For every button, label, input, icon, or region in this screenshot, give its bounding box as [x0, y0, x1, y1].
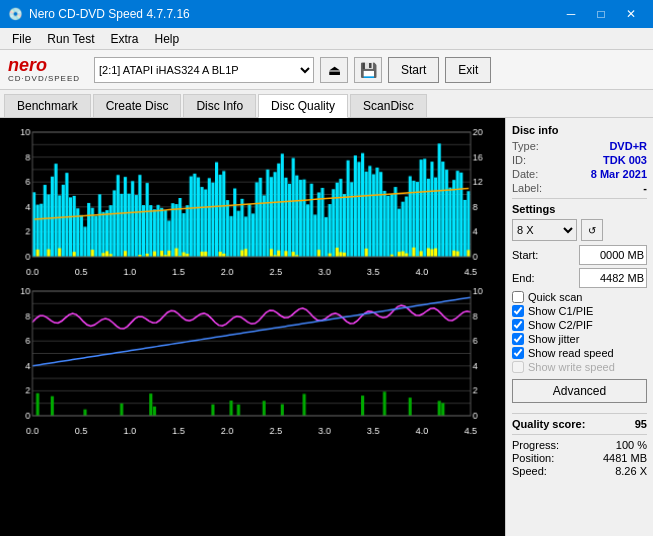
divider-3 — [512, 434, 647, 435]
menu-bar: File Run Test Extra Help — [0, 28, 653, 50]
settings-title: Settings — [512, 203, 647, 215]
tab-create-disc[interactable]: Create Disc — [93, 94, 182, 117]
tab-benchmark[interactable]: Benchmark — [4, 94, 91, 117]
start-label: Start: — [512, 249, 538, 261]
show-c1pie-label: Show C1/PIE — [528, 305, 593, 317]
close-button[interactable]: ✕ — [617, 4, 645, 24]
pie-chart — [4, 122, 501, 279]
progress-value: 100 % — [616, 439, 647, 451]
end-input[interactable] — [579, 268, 647, 288]
speed-value: 8.26 X — [615, 465, 647, 477]
jitter-chart — [4, 281, 501, 438]
quality-score-label: Quality score: — [512, 418, 585, 430]
progress-section: Progress: 100 % Position: 4481 MB Speed:… — [512, 439, 647, 477]
menu-run-test[interactable]: Run Test — [39, 30, 102, 48]
show-read-speed-row: Show read speed — [512, 347, 647, 359]
menu-help[interactable]: Help — [147, 30, 188, 48]
title-bar-text: Nero CD-DVD Speed 4.7.7.16 — [29, 7, 190, 21]
main-content: Disc info Type: DVD+R ID: TDK 003 Date: … — [0, 118, 653, 536]
minimize-button[interactable]: ─ — [557, 4, 585, 24]
show-jitter-checkbox[interactable] — [512, 333, 524, 345]
show-c1pie-checkbox[interactable] — [512, 305, 524, 317]
title-bar: 💿 Nero CD-DVD Speed 4.7.7.16 ─ □ ✕ — [0, 0, 653, 28]
tab-disc-info[interactable]: Disc Info — [183, 94, 256, 117]
disc-label-label: Label: — [512, 182, 542, 194]
disc-label-value: - — [643, 182, 647, 194]
show-write-speed-row: Show write speed — [512, 361, 647, 373]
show-write-speed-checkbox[interactable] — [512, 361, 524, 373]
show-c2pif-checkbox[interactable] — [512, 319, 524, 331]
quick-scan-checkbox[interactable] — [512, 291, 524, 303]
drive-select[interactable]: [2:1] ATAPI iHAS324 A BL1P — [94, 57, 314, 83]
disc-id-row: ID: TDK 003 — [512, 154, 647, 166]
progress-speed-row: Speed: 8.26 X — [512, 465, 647, 477]
eject-button[interactable]: ⏏ — [320, 57, 348, 83]
end-mb-row: End: — [512, 268, 647, 288]
right-panel: Disc info Type: DVD+R ID: TDK 003 Date: … — [505, 118, 653, 536]
menu-file[interactable]: File — [4, 30, 39, 48]
disc-id-label: ID: — [512, 154, 526, 166]
nero-brand: nero CD·DVD/SPEED — [8, 56, 80, 83]
show-c1pie-row: Show C1/PIE — [512, 305, 647, 317]
disc-id-value: TDK 003 — [603, 154, 647, 166]
show-jitter-row: Show jitter — [512, 333, 647, 345]
show-jitter-label: Show jitter — [528, 333, 579, 345]
quick-scan-row: Quick scan — [512, 291, 647, 303]
speed-select[interactable]: 8 X — [512, 219, 577, 241]
advanced-button[interactable]: Advanced — [512, 379, 647, 403]
quality-score-value: 95 — [635, 418, 647, 430]
disc-type-value: DVD+R — [609, 140, 647, 152]
divider-1 — [512, 198, 647, 199]
show-c2pif-label: Show C2/PIF — [528, 319, 593, 331]
progress-position-row: Position: 4481 MB — [512, 452, 647, 464]
progress-progress-row: Progress: 100 % — [512, 439, 647, 451]
quality-score-row: Quality score: 95 — [512, 418, 647, 430]
menu-extra[interactable]: Extra — [102, 30, 146, 48]
disc-date-value: 8 Mar 2021 — [591, 168, 647, 180]
disc-type-label: Type: — [512, 140, 539, 152]
speed-label: Speed: — [512, 465, 547, 477]
start-button[interactable]: Start — [388, 57, 439, 83]
start-input[interactable] — [579, 245, 647, 265]
show-c2pif-row: Show C2/PIF — [512, 319, 647, 331]
maximize-button[interactable]: □ — [587, 4, 615, 24]
progress-label: Progress: — [512, 439, 559, 451]
end-label: End: — [512, 272, 535, 284]
disc-info-title: Disc info — [512, 124, 647, 136]
tab-disc-quality[interactable]: Disc Quality — [258, 94, 348, 118]
quick-scan-label: Quick scan — [528, 291, 582, 303]
tabs: Benchmark Create Disc Disc Info Disc Qua… — [0, 90, 653, 118]
show-write-speed-label: Show write speed — [528, 361, 615, 373]
save-button[interactable]: 💾 — [354, 57, 382, 83]
charts-area — [0, 118, 505, 536]
position-value: 4481 MB — [603, 452, 647, 464]
nero-logo: nero — [8, 56, 80, 74]
exit-button[interactable]: Exit — [445, 57, 491, 83]
app-icon: 💿 — [8, 7, 23, 21]
title-bar-controls: ─ □ ✕ — [557, 4, 645, 24]
disc-date-row: Date: 8 Mar 2021 — [512, 168, 647, 180]
nero-sub: CD·DVD/SPEED — [8, 74, 80, 83]
position-label: Position: — [512, 452, 554, 464]
speed-row: 8 X ↺ — [512, 219, 647, 241]
disc-label-row: Label: - — [512, 182, 647, 194]
tab-scan-disc[interactable]: ScanDisc — [350, 94, 427, 117]
disc-type-row: Type: DVD+R — [512, 140, 647, 152]
toolbar: nero CD·DVD/SPEED [2:1] ATAPI iHAS324 A … — [0, 50, 653, 90]
disc-date-label: Date: — [512, 168, 538, 180]
show-read-speed-label: Show read speed — [528, 347, 614, 359]
divider-2 — [512, 413, 647, 414]
refresh-button[interactable]: ↺ — [581, 219, 603, 241]
start-mb-row: Start: — [512, 245, 647, 265]
show-read-speed-checkbox[interactable] — [512, 347, 524, 359]
